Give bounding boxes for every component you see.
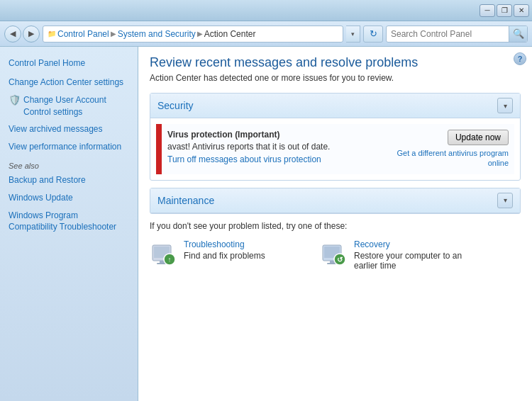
breadcrumb-dropdown[interactable]: ▾ bbox=[346, 26, 360, 43]
sidebar-item-home[interactable]: Control Panel Home bbox=[0, 54, 138, 74]
search-button[interactable]: 🔍 bbox=[509, 26, 527, 42]
svg-text:↑: ↑ bbox=[168, 256, 172, 264]
forward-button[interactable]: ▶ bbox=[23, 26, 40, 43]
breadcrumb-bar: 📁 Control Panel ▶ System and Security ▶ … bbox=[43, 26, 343, 43]
sidebar-item-performance[interactable]: View performance information bbox=[0, 138, 138, 156]
main-layout: Control Panel Home Change Action Center … bbox=[0, 47, 532, 401]
troubleshoot-link[interactable]: Troubleshooting bbox=[184, 239, 265, 249]
sidebar-item-windows-update[interactable]: Windows Update bbox=[0, 189, 138, 207]
back-button[interactable]: ◀ bbox=[4, 26, 21, 43]
security-section-header[interactable]: Security ▾ bbox=[150, 94, 520, 118]
maintenance-chevron[interactable]: ▾ bbox=[497, 193, 513, 208]
sidebar-item-compatibility[interactable]: Windows Program Compatibility Troublesho… bbox=[0, 207, 138, 237]
sidebar: Control Panel Home Change Action Center … bbox=[0, 47, 138, 401]
get-antivirus-link[interactable]: Get a different antivirus program online bbox=[397, 148, 509, 169]
breadcrumb-folder-icon: 📁 bbox=[48, 30, 56, 38]
recovery-link[interactable]: Recovery bbox=[354, 239, 476, 249]
troubleshoot-desc: Find and fix problems bbox=[184, 251, 265, 261]
breadcrumb-system-security[interactable]: System and Security bbox=[118, 29, 196, 39]
see-also-label: See also bbox=[0, 156, 138, 171]
security-section-title: Security bbox=[157, 100, 194, 111]
sidebar-item-action-center[interactable]: Change Action Center settings bbox=[0, 74, 138, 91]
nav-buttons: ◀ ▶ bbox=[4, 26, 40, 43]
breadcrumb-action-center: Action Center bbox=[204, 29, 256, 39]
breadcrumb-sep-1: ▶ bbox=[111, 30, 116, 38]
svg-text:↺: ↺ bbox=[337, 256, 343, 264]
troubleshoot-text: Troubleshooting Find and fix problems bbox=[184, 239, 265, 261]
alert-desc: avast! Antivirus reports that it is out … bbox=[167, 142, 389, 152]
minimize-button[interactable]: ─ bbox=[480, 4, 495, 17]
title-bar-buttons: ─ ❐ ✕ bbox=[480, 4, 529, 17]
sidebar-item-archived[interactable]: View archived messages bbox=[0, 120, 138, 138]
maintenance-section-header[interactable]: Maintenance ▾ bbox=[150, 188, 520, 213]
maintenance-section: Maintenance ▾ bbox=[150, 188, 521, 214]
alert-content: Virus protection (Important) avast! Anti… bbox=[167, 130, 389, 164]
sidebar-item-uac[interactable]: 🛡️ Change User Account Control settings bbox=[0, 91, 138, 121]
maintenance-section-title: Maintenance bbox=[157, 195, 214, 206]
alert-turnoff-link[interactable]: Turn off messages about virus protection bbox=[167, 154, 321, 164]
recovery-item: ↺ Recovery Restore your computer to an e… bbox=[320, 239, 476, 271]
if-not-see-text: If you don't see your problem listed, tr… bbox=[150, 221, 521, 231]
security-chevron[interactable]: ▾ bbox=[497, 98, 513, 113]
security-section: Security ▾ Virus protection (Important) … bbox=[150, 93, 521, 181]
fix-items: ↑ Troubleshooting Find and fix problems bbox=[150, 237, 521, 273]
update-now-button[interactable]: Update now bbox=[448, 130, 509, 145]
virus-alert: Virus protection (Important) avast! Anti… bbox=[156, 124, 514, 174]
search-input[interactable] bbox=[387, 26, 509, 42]
restore-button[interactable]: ❐ bbox=[497, 4, 512, 17]
recovery-icon: ↺ bbox=[320, 239, 348, 268]
page-subtitle: Action Center has detected one or more i… bbox=[150, 73, 521, 83]
alert-actions: Update now Get a different antivirus pro… bbox=[397, 130, 509, 169]
breadcrumb-sep-2: ▶ bbox=[197, 30, 203, 38]
recovery-text: Recovery Restore your computer to an ear… bbox=[354, 239, 476, 271]
breadcrumb-control-panel[interactable]: Control Panel bbox=[57, 29, 109, 39]
troubleshoot-item: ↑ Troubleshooting Find and fix problems bbox=[150, 239, 306, 271]
recovery-desc: Restore your computer to an earlier time bbox=[354, 251, 462, 271]
alert-title: Virus protection (Important) bbox=[167, 130, 389, 140]
sidebar-item-backup[interactable]: Backup and Restore bbox=[0, 171, 138, 189]
search-bar: 🔍 bbox=[386, 26, 528, 43]
close-button[interactable]: ✕ bbox=[514, 4, 529, 17]
refresh-button[interactable]: ↻ bbox=[363, 26, 383, 43]
title-bar: ─ ❐ ✕ bbox=[0, 0, 532, 21]
troubleshoot-icon: ↑ bbox=[150, 239, 178, 268]
help-button[interactable]: ? bbox=[514, 52, 526, 65]
address-bar: ◀ ▶ 📁 Control Panel ▶ System and Securit… bbox=[0, 21, 532, 47]
content-area: ? Review recent messages and resolve pro… bbox=[138, 47, 532, 401]
page-title: Review recent messages and resolve probl… bbox=[150, 55, 521, 70]
